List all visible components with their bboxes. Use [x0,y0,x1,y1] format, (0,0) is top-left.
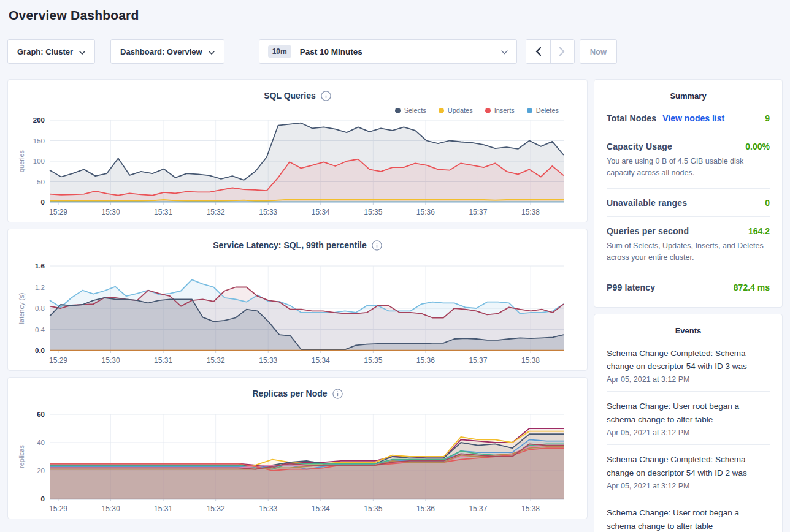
legend-item-deletes[interactable]: Deletes [527,107,559,114]
summary-title: Summary [607,89,770,104]
svg-text:0: 0 [41,199,45,206]
graph-dropdown-label: Graph: Cluster [17,47,73,56]
summary-row: Queries per second 164.2 Sum of Selects,… [607,217,770,273]
event-text: Schema Change Completed: Schema change o… [607,347,770,374]
time-nav [526,39,575,64]
svg-text:50: 50 [37,178,45,186]
event-text: Schema Change: User root began a schema … [607,506,770,532]
svg-text:15:31: 15:31 [154,208,172,216]
overview-dashboard-page: Overview Dashboard Graph: Cluster Dashbo… [0,0,790,532]
info-icon[interactable] [321,91,331,101]
svg-text:15:33: 15:33 [259,208,277,216]
summary-value: 0 [765,198,770,208]
event-item[interactable]: Schema Change: User root began a schema … [607,498,770,532]
chart-legend: SelectsUpdatesInsertsDeletes [15,102,580,115]
event-item[interactable]: Schema Change: User root began a schema … [607,392,770,445]
legend-item-selects[interactable]: Selects [395,107,426,114]
svg-text:latency (s): latency (s) [18,293,25,324]
sql-queries-chart: 05010015020015:2915:3015:3115:3215:3315:… [15,115,580,218]
svg-text:15:36: 15:36 [416,504,435,513]
summary-value: 164.2 [748,226,770,236]
legend-dot-icon [485,108,491,113]
event-timestamp: Apr 05, 2021 at 3:12 PM [607,375,770,384]
svg-text:15:35: 15:35 [364,356,382,365]
summary-description: Sum of Selects, Updates, Inserts, and De… [607,240,770,264]
svg-text:0.0: 0.0 [35,347,45,354]
sidebar: Summary Total Nodes View nodes list 9 Ca… [594,79,783,532]
legend-item-inserts[interactable]: Inserts [485,107,515,114]
prev-time-button[interactable] [526,40,550,63]
event-timestamp: Apr 05, 2021 at 3:12 PM [607,482,770,490]
svg-text:15:30: 15:30 [102,356,120,365]
legend-item-updates[interactable]: Updates [439,107,473,114]
summary-label: P99 latency [607,283,655,292]
nodes-list-link[interactable]: View nodes list [662,113,724,123]
svg-text:0: 0 [41,495,45,503]
svg-text:150: 150 [33,137,45,145]
svg-text:15:37: 15:37 [469,208,487,216]
summary-row: Capacity Usage 0.00% You are using 0 B o… [607,132,770,189]
summary-label: Capacity Usage [607,142,672,151]
time-range-label: Past 10 Minutes [300,47,501,56]
chart-title: Service Latency: SQL, 99th percentile [213,240,367,250]
event-item[interactable]: Schema Change Completed: Schema change o… [607,445,770,498]
summary-label: Total Nodes [607,113,656,123]
dashboard-dropdown-label: Dashboard: Overview [120,47,202,56]
svg-text:15:34: 15:34 [312,356,330,365]
time-range-badge: 10m [268,45,291,58]
svg-text:15:36: 15:36 [416,356,435,365]
chart-title: Replicas per Node [252,389,327,398]
next-time-button[interactable] [550,40,574,63]
svg-text:15:29: 15:29 [49,356,67,365]
svg-text:15:33: 15:33 [259,504,277,513]
svg-text:60: 60 [37,411,45,418]
chart-title: SQL Queries [264,91,316,101]
chart-card-sql-queries: SQL Queries SelectsUpdatesInsertsDeletes… [7,79,588,222]
now-button[interactable]: Now [580,39,617,64]
dashboard-dropdown[interactable]: Dashboard: Overview [110,39,224,64]
event-item[interactable]: Schema Change Completed: Schema change o… [607,339,770,392]
events-card: Events Schema Change Completed: Schema c… [594,314,783,532]
svg-text:40: 40 [37,439,45,446]
chevron-down-icon [209,47,215,56]
svg-text:15:33: 15:33 [259,356,277,365]
svg-text:15:32: 15:32 [207,208,225,216]
chart-card-service-latency: Service Latency: SQL, 99th percentile 0.… [7,229,588,371]
controls-divider [242,39,242,64]
svg-text:15:38: 15:38 [521,504,540,513]
charts-column: SQL Queries SelectsUpdatesInsertsDeletes… [7,79,588,519]
controls-bar: Graph: Cluster Dashboard: Overview 10m P… [7,39,783,64]
summary-card: Summary Total Nodes View nodes list 9 Ca… [594,79,783,308]
time-range-selector[interactable]: 10m Past 10 Minutes [259,39,517,64]
info-icon[interactable] [332,389,343,399]
svg-text:15:32: 15:32 [207,504,225,513]
summary-value: 0.00% [745,142,770,151]
svg-text:20: 20 [37,467,45,474]
summary-row: Unavailable ranges 0 [607,189,770,217]
svg-text:15:31: 15:31 [154,504,172,513]
svg-text:15:30: 15:30 [102,504,120,513]
info-icon[interactable] [372,240,382,251]
replicas-per-node-chart: 020406015:2915:3015:3115:3215:3315:3415:… [15,400,580,515]
service-latency-chart: 0.00.40.81.21.615:2915:3015:3115:3215:33… [15,251,580,367]
event-timestamp: Apr 05, 2021 at 3:12 PM [607,428,770,437]
legend-dot-icon [439,108,444,113]
event-text: Schema Change: User root began a schema … [607,400,770,427]
legend-dot-icon [527,108,532,113]
svg-text:200: 200 [33,116,45,124]
svg-text:1.2: 1.2 [35,284,45,291]
legend-dot-icon [395,108,401,113]
svg-text:15:35: 15:35 [364,208,382,216]
summary-value: 9 [765,113,770,123]
svg-text:15:29: 15:29 [49,504,67,513]
summary-row: P99 latency 872.4 ms [607,273,770,301]
graph-dropdown[interactable]: Graph: Cluster [7,39,95,64]
svg-text:0.8: 0.8 [35,305,45,312]
summary-row: Total Nodes View nodes list 9 [607,104,770,132]
chevron-down-icon [501,46,508,57]
event-text: Schema Change Completed: Schema change o… [607,453,770,480]
svg-text:15:38: 15:38 [521,356,540,365]
svg-text:15:37: 15:37 [469,356,487,365]
svg-text:15:34: 15:34 [312,208,330,216]
summary-label: Unavailable ranges [607,198,687,208]
